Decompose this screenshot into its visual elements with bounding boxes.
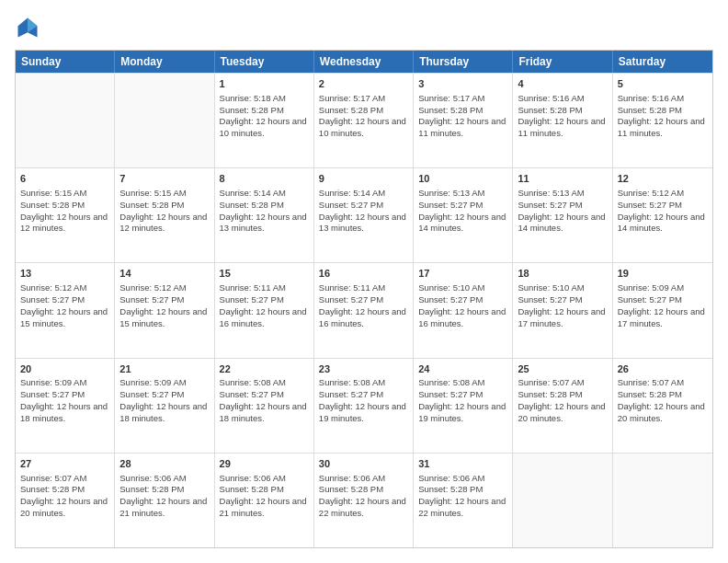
day-number: 8 xyxy=(220,172,309,186)
logo-icon xyxy=(15,15,40,40)
day-cell-27: 27Sunrise: 5:07 AM Sunset: 5:28 PM Dayli… xyxy=(16,454,115,547)
day-number: 29 xyxy=(220,457,309,471)
sun-info: Sunrise: 5:09 AM Sunset: 5:27 PM Dayligh… xyxy=(618,282,705,327)
weekday-header-sunday: Sunday xyxy=(16,51,115,73)
day-number: 6 xyxy=(20,172,109,186)
day-number: 10 xyxy=(418,172,507,186)
day-cell-23: 23Sunrise: 5:08 AM Sunset: 5:27 PM Dayli… xyxy=(314,359,414,453)
sun-info: Sunrise: 5:06 AM Sunset: 5:28 PM Dayligh… xyxy=(220,473,307,518)
sun-info: Sunrise: 5:15 AM Sunset: 5:28 PM Dayligh… xyxy=(20,188,108,233)
calendar-row-3: 20Sunrise: 5:09 AM Sunset: 5:27 PM Dayli… xyxy=(16,358,712,453)
sun-info: Sunrise: 5:14 AM Sunset: 5:28 PM Dayligh… xyxy=(220,188,307,233)
day-cell-30: 30Sunrise: 5:06 AM Sunset: 5:28 PM Dayli… xyxy=(314,454,414,547)
day-cell-26: 26Sunrise: 5:07 AM Sunset: 5:28 PM Dayli… xyxy=(613,359,712,453)
sun-info: Sunrise: 5:17 AM Sunset: 5:28 PM Dayligh… xyxy=(418,93,506,138)
calendar: SundayMondayTuesdayWednesdayThursdayFrid… xyxy=(15,50,713,548)
sun-info: Sunrise: 5:10 AM Sunset: 5:27 PM Dayligh… xyxy=(418,282,506,327)
day-cell-31: 31Sunrise: 5:06 AM Sunset: 5:28 PM Dayli… xyxy=(414,454,513,547)
sun-info: Sunrise: 5:15 AM Sunset: 5:28 PM Dayligh… xyxy=(119,188,207,233)
day-number: 24 xyxy=(418,362,507,376)
sun-info: Sunrise: 5:09 AM Sunset: 5:27 PM Dayligh… xyxy=(20,377,108,422)
day-number: 30 xyxy=(319,457,408,471)
empty-cell-0-0 xyxy=(16,74,115,167)
sun-info: Sunrise: 5:14 AM Sunset: 5:27 PM Dayligh… xyxy=(319,188,406,233)
day-number: 18 xyxy=(518,267,607,281)
day-cell-22: 22Sunrise: 5:08 AM Sunset: 5:27 PM Dayli… xyxy=(215,359,314,453)
day-cell-21: 21Sunrise: 5:09 AM Sunset: 5:27 PM Dayli… xyxy=(115,359,214,453)
day-number: 21 xyxy=(119,362,209,376)
day-number: 1 xyxy=(220,77,309,91)
sun-info: Sunrise: 5:17 AM Sunset: 5:28 PM Dayligh… xyxy=(319,93,406,138)
calendar-row-2: 13Sunrise: 5:12 AM Sunset: 5:27 PM Dayli… xyxy=(16,262,712,357)
empty-cell-4-6 xyxy=(613,454,712,547)
sun-info: Sunrise: 5:08 AM Sunset: 5:27 PM Dayligh… xyxy=(220,377,307,422)
day-cell-19: 19Sunrise: 5:09 AM Sunset: 5:27 PM Dayli… xyxy=(613,263,712,357)
empty-cell-4-5 xyxy=(513,454,612,547)
day-cell-12: 12Sunrise: 5:12 AM Sunset: 5:27 PM Dayli… xyxy=(613,168,712,262)
sun-info: Sunrise: 5:09 AM Sunset: 5:27 PM Dayligh… xyxy=(119,377,207,422)
day-number: 11 xyxy=(518,172,607,186)
day-number: 5 xyxy=(618,77,708,91)
day-cell-16: 16Sunrise: 5:11 AM Sunset: 5:27 PM Dayli… xyxy=(314,263,414,357)
calendar-row-1: 6Sunrise: 5:15 AM Sunset: 5:28 PM Daylig… xyxy=(16,167,712,262)
day-number: 27 xyxy=(20,457,109,471)
day-number: 23 xyxy=(319,362,408,376)
day-number: 17 xyxy=(418,267,507,281)
calendar-header: SundayMondayTuesdayWednesdayThursdayFrid… xyxy=(16,51,712,73)
weekday-header-friday: Friday xyxy=(513,51,612,73)
day-cell-1: 1Sunrise: 5:18 AM Sunset: 5:28 PM Daylig… xyxy=(215,74,314,167)
weekday-header-saturday: Saturday xyxy=(613,51,712,73)
sun-info: Sunrise: 5:07 AM Sunset: 5:28 PM Dayligh… xyxy=(618,377,705,422)
calendar-row-0: 1Sunrise: 5:18 AM Sunset: 5:28 PM Daylig… xyxy=(16,73,712,167)
day-number: 14 xyxy=(119,267,209,281)
day-cell-25: 25Sunrise: 5:07 AM Sunset: 5:28 PM Dayli… xyxy=(513,359,612,453)
day-number: 31 xyxy=(418,457,507,471)
day-cell-2: 2Sunrise: 5:17 AM Sunset: 5:28 PM Daylig… xyxy=(314,74,414,167)
day-number: 22 xyxy=(220,362,309,376)
sun-info: Sunrise: 5:06 AM Sunset: 5:28 PM Dayligh… xyxy=(418,473,506,518)
sun-info: Sunrise: 5:07 AM Sunset: 5:28 PM Dayligh… xyxy=(518,377,605,422)
page: SundayMondayTuesdayWednesdayThursdayFrid… xyxy=(0,0,728,563)
sun-info: Sunrise: 5:18 AM Sunset: 5:28 PM Dayligh… xyxy=(220,93,307,138)
sun-info: Sunrise: 5:11 AM Sunset: 5:27 PM Dayligh… xyxy=(220,282,307,327)
calendar-body: 1Sunrise: 5:18 AM Sunset: 5:28 PM Daylig… xyxy=(16,73,712,547)
logo xyxy=(15,15,44,40)
day-cell-18: 18Sunrise: 5:10 AM Sunset: 5:27 PM Dayli… xyxy=(513,263,612,357)
empty-cell-0-1 xyxy=(115,74,214,167)
day-cell-7: 7Sunrise: 5:15 AM Sunset: 5:28 PM Daylig… xyxy=(115,168,214,262)
day-cell-5: 5Sunrise: 5:16 AM Sunset: 5:28 PM Daylig… xyxy=(613,74,712,167)
day-cell-13: 13Sunrise: 5:12 AM Sunset: 5:27 PM Dayli… xyxy=(16,263,115,357)
day-cell-6: 6Sunrise: 5:15 AM Sunset: 5:28 PM Daylig… xyxy=(16,168,115,262)
day-number: 15 xyxy=(220,267,309,281)
day-cell-8: 8Sunrise: 5:14 AM Sunset: 5:28 PM Daylig… xyxy=(215,168,314,262)
day-number: 25 xyxy=(518,362,607,376)
sun-info: Sunrise: 5:08 AM Sunset: 5:27 PM Dayligh… xyxy=(418,377,506,422)
sun-info: Sunrise: 5:12 AM Sunset: 5:27 PM Dayligh… xyxy=(618,188,705,233)
day-number: 26 xyxy=(618,362,708,376)
day-number: 13 xyxy=(20,267,109,281)
calendar-row-4: 27Sunrise: 5:07 AM Sunset: 5:28 PM Dayli… xyxy=(16,453,712,547)
sun-info: Sunrise: 5:08 AM Sunset: 5:27 PM Dayligh… xyxy=(319,377,406,422)
day-cell-24: 24Sunrise: 5:08 AM Sunset: 5:27 PM Dayli… xyxy=(414,359,513,453)
sun-info: Sunrise: 5:12 AM Sunset: 5:27 PM Dayligh… xyxy=(20,282,108,327)
sun-info: Sunrise: 5:11 AM Sunset: 5:27 PM Dayligh… xyxy=(319,282,406,327)
day-number: 7 xyxy=(119,172,209,186)
day-cell-15: 15Sunrise: 5:11 AM Sunset: 5:27 PM Dayli… xyxy=(215,263,314,357)
sun-info: Sunrise: 5:06 AM Sunset: 5:28 PM Dayligh… xyxy=(119,473,207,518)
day-cell-20: 20Sunrise: 5:09 AM Sunset: 5:27 PM Dayli… xyxy=(16,359,115,453)
sun-info: Sunrise: 5:16 AM Sunset: 5:28 PM Dayligh… xyxy=(518,93,605,138)
day-number: 20 xyxy=(20,362,109,376)
day-cell-17: 17Sunrise: 5:10 AM Sunset: 5:27 PM Dayli… xyxy=(414,263,513,357)
sun-info: Sunrise: 5:13 AM Sunset: 5:27 PM Dayligh… xyxy=(518,188,605,233)
weekday-header-tuesday: Tuesday xyxy=(215,51,314,73)
sun-info: Sunrise: 5:10 AM Sunset: 5:27 PM Dayligh… xyxy=(518,282,605,327)
day-cell-14: 14Sunrise: 5:12 AM Sunset: 5:27 PM Dayli… xyxy=(115,263,214,357)
day-cell-11: 11Sunrise: 5:13 AM Sunset: 5:27 PM Dayli… xyxy=(513,168,612,262)
sun-info: Sunrise: 5:06 AM Sunset: 5:28 PM Dayligh… xyxy=(319,473,406,518)
day-number: 28 xyxy=(119,457,209,471)
day-number: 3 xyxy=(418,77,507,91)
header xyxy=(15,15,713,40)
day-cell-9: 9Sunrise: 5:14 AM Sunset: 5:27 PM Daylig… xyxy=(314,168,414,262)
day-cell-29: 29Sunrise: 5:06 AM Sunset: 5:28 PM Dayli… xyxy=(215,454,314,547)
day-cell-28: 28Sunrise: 5:06 AM Sunset: 5:28 PM Dayli… xyxy=(115,454,214,547)
